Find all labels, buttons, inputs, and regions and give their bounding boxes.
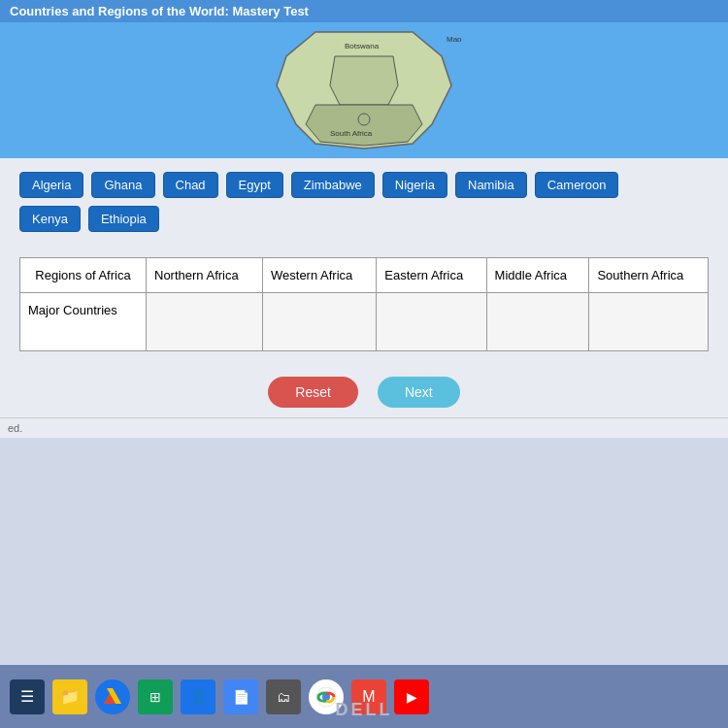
col-header-northern: Northern Africa [147,258,263,293]
taskbar-icon-folder[interactable]: 📁 [52,679,87,714]
cell-eastern-countries[interactable] [377,293,486,351]
badges-row-1: Algeria Ghana Chad Egypt Zimbabwe Nigeri… [19,172,709,198]
title-text: Countries and Regions of the World: Mast… [10,4,309,18]
table-area: Regions of Africa Northern Africa Wester… [0,248,728,361]
table-corner-header: Regions of Africa [20,258,147,293]
badge-zimbabwe[interactable]: Zimbabwe [291,172,375,198]
mao-label: Mao [447,35,462,44]
taskbar: ☰ 📁 ⊞ 👤 📄 🗂 M ▶ DELL [0,665,728,728]
map-area: Botswana South Africa Mao [0,22,728,158]
botswana-label: Botswana [345,42,380,50]
south-africa-label: South Africa [330,129,373,138]
africa-map: Botswana South Africa Mao [238,27,490,153]
badge-ghana[interactable]: Ghana [91,172,154,198]
taskbar-icon-files[interactable]: 🗂 [266,679,301,714]
major-countries-label: Major Countries [20,293,147,351]
africa-regions-table: Regions of Africa Northern Africa Wester… [19,257,709,351]
status-bar: ed. [0,417,728,438]
table-header-row: Regions of Africa Northern Africa Wester… [20,258,709,293]
next-button[interactable]: Next [378,377,460,408]
cell-southern-countries[interactable] [589,293,709,351]
badges-area: Algeria Ghana Chad Egypt Zimbabwe Nigeri… [0,158,728,248]
taskbar-icon-youtube[interactable]: ▶ [394,679,429,714]
badge-chad[interactable]: Chad [163,172,218,198]
cell-western-countries[interactable] [263,293,377,351]
map-container: Botswana South Africa Mao [238,27,490,153]
taskbar-icon-meet[interactable]: 👤 [181,679,215,714]
badge-cameroon[interactable]: Cameroon [535,172,619,198]
badge-kenya[interactable]: Kenya [19,206,81,232]
col-header-southern: Southern Africa [589,258,709,293]
buttons-area: Reset Next [0,361,728,417]
taskbar-icon-sheets[interactable]: ⊞ [138,679,173,714]
dell-brand-label: DELL [336,700,393,728]
status-text: ed. [8,422,22,434]
svg-marker-1 [330,56,398,105]
table-major-countries-row: Major Countries [20,293,709,351]
badge-nigeria[interactable]: Nigeria [382,172,447,198]
badge-algeria[interactable]: Algeria [19,172,83,198]
reset-button[interactable]: Reset [268,377,358,408]
col-header-middle: Middle Africa [486,258,589,293]
taskbar-icon-drive[interactable] [95,679,130,714]
badge-egypt[interactable]: Egypt [226,172,283,198]
title-bar: Countries and Regions of the World: Mast… [0,0,728,22]
col-header-eastern: Eastern Africa [377,258,486,293]
col-header-western: Western Africa [263,258,377,293]
cell-middle-countries[interactable] [486,293,589,351]
cell-northern-countries[interactable] [147,293,263,351]
taskbar-icon-docs[interactable]: 📄 [223,679,258,714]
badge-ethiopia[interactable]: Ethiopia [88,206,159,232]
badges-row-2: Kenya Ethiopia [19,206,709,232]
badge-namibia[interactable]: Namibia [455,172,527,198]
taskbar-icon-list[interactable]: ☰ [10,679,45,714]
